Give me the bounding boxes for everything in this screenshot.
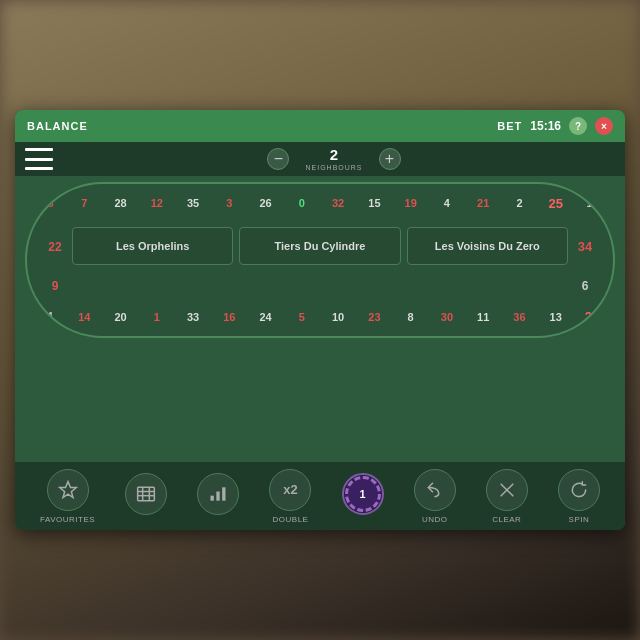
menu-button[interactable] bbox=[25, 148, 53, 170]
svg-rect-6 bbox=[211, 496, 214, 501]
undo-label: UNDO bbox=[422, 515, 448, 524]
num-2[interactable]: 2 bbox=[508, 192, 530, 214]
svg-marker-0 bbox=[59, 481, 76, 497]
spin-button[interactable]: SPIN bbox=[558, 469, 600, 524]
chart-icon bbox=[208, 484, 228, 504]
svg-rect-7 bbox=[217, 492, 220, 501]
num-11[interactable]: 11 bbox=[472, 306, 494, 328]
num-32[interactable]: 32 bbox=[327, 192, 349, 214]
undo-button[interactable]: UNDO bbox=[414, 469, 456, 524]
num-27[interactable]: 27 bbox=[581, 306, 603, 328]
favourites-button[interactable]: FAVOURITES bbox=[40, 469, 95, 524]
chip-value: 1 bbox=[345, 476, 381, 512]
num-16[interactable]: 16 bbox=[218, 306, 240, 328]
chip-selector[interactable]: 1 bbox=[342, 473, 384, 519]
num-28[interactable]: 28 bbox=[110, 192, 132, 214]
num-8[interactable]: 8 bbox=[400, 306, 422, 328]
top-bar: BALANCE BET 15:16 ? × bbox=[15, 110, 625, 142]
les-orphelins-button[interactable]: Les Orphelins bbox=[72, 227, 233, 265]
side-num-34[interactable]: 34 bbox=[571, 227, 599, 267]
action-bar: FAVOURITES bbox=[15, 462, 625, 530]
double-label: DOUBLE bbox=[273, 515, 309, 524]
num-36[interactable]: 36 bbox=[508, 306, 530, 328]
num-19[interactable]: 19 bbox=[400, 192, 422, 214]
num-26[interactable]: 26 bbox=[255, 192, 277, 214]
num-25[interactable]: 25 bbox=[545, 192, 567, 214]
num-3[interactable]: 3 bbox=[218, 192, 240, 214]
num-33[interactable]: 33 bbox=[182, 306, 204, 328]
neighbours-sublabel: NEIGHBOURS bbox=[305, 164, 362, 171]
nav-bar: − 2 NEIGHBOURS + bbox=[15, 142, 625, 176]
neighbours-plus-button[interactable]: + bbox=[379, 148, 401, 170]
num-4[interactable]: 4 bbox=[436, 192, 458, 214]
num-35[interactable]: 35 bbox=[182, 192, 204, 214]
top-number-row: 18 7 28 12 35 3 26 0 32 15 19 4 21 2 25 … bbox=[37, 192, 603, 214]
side-num-31[interactable]: 31 bbox=[37, 306, 59, 328]
num-15[interactable]: 15 bbox=[363, 192, 385, 214]
side-num-18[interactable]: 18 bbox=[37, 192, 59, 214]
help-button[interactable]: ? bbox=[569, 117, 587, 135]
side-num-6[interactable]: 6 bbox=[571, 279, 599, 293]
undo-icon bbox=[425, 480, 445, 500]
svg-rect-8 bbox=[223, 487, 226, 500]
side-numbers-row: 9 6 bbox=[37, 279, 603, 293]
les-voisins-du-zero-button[interactable]: Les Voisins Du Zero bbox=[407, 227, 568, 265]
num-20[interactable]: 20 bbox=[110, 306, 132, 328]
tiers-du-cylindre-button[interactable]: Tiers Du Cylindre bbox=[239, 227, 400, 265]
bottom-number-row: 31 14 20 1 33 16 24 5 10 23 8 30 11 36 1… bbox=[37, 306, 603, 328]
num-13[interactable]: 13 bbox=[545, 306, 567, 328]
roulette-area: 18 7 28 12 35 3 26 0 32 15 19 4 21 2 25 … bbox=[15, 176, 625, 340]
balance-label: BALANCE bbox=[27, 120, 88, 132]
num-12[interactable]: 12 bbox=[146, 192, 168, 214]
num-21[interactable]: 21 bbox=[472, 192, 494, 214]
clock-display: 15:16 bbox=[530, 119, 561, 133]
double-button[interactable]: x2 DOUBLE bbox=[269, 469, 311, 524]
game-container: BALANCE BET 15:16 ? × − 2 NEIGHBOURS + bbox=[15, 110, 625, 530]
neighbours-minus-button[interactable]: − bbox=[267, 148, 289, 170]
favourites-label: FAVOURITES bbox=[40, 515, 95, 524]
num-14[interactable]: 14 bbox=[73, 306, 95, 328]
star-icon bbox=[58, 480, 78, 500]
close-button[interactable]: × bbox=[595, 117, 613, 135]
num-0[interactable]: 0 bbox=[291, 192, 313, 214]
table-view-button[interactable] bbox=[125, 473, 167, 519]
table-icon bbox=[136, 484, 156, 504]
neighbours-value: 2 bbox=[330, 147, 338, 164]
stats-button[interactable] bbox=[197, 473, 239, 519]
num-5[interactable]: 5 bbox=[291, 306, 313, 328]
number-rows: 18 7 28 12 35 3 26 0 32 15 19 4 21 2 25 … bbox=[27, 184, 613, 336]
svg-rect-1 bbox=[138, 487, 155, 500]
side-num-22[interactable]: 22 bbox=[41, 227, 69, 267]
roulette-track: 18 7 28 12 35 3 26 0 32 15 19 4 21 2 25 … bbox=[25, 182, 615, 338]
clear-icon bbox=[497, 480, 517, 500]
num-10[interactable]: 10 bbox=[327, 306, 349, 328]
spin-icon bbox=[569, 480, 589, 500]
double-icon: x2 bbox=[283, 482, 297, 497]
num-24[interactable]: 24 bbox=[255, 306, 277, 328]
neighbours-control: − 2 NEIGHBOURS + bbox=[53, 147, 615, 171]
num-7[interactable]: 7 bbox=[73, 192, 95, 214]
side-num-9[interactable]: 9 bbox=[41, 279, 69, 293]
clear-label: CLEAR bbox=[492, 515, 521, 524]
spin-label: SPIN bbox=[569, 515, 590, 524]
num-1[interactable]: 1 bbox=[146, 306, 168, 328]
clear-button[interactable]: CLEAR bbox=[486, 469, 528, 524]
bet-names-row: 22 Les Orphelins Tiers Du Cylindre Les V… bbox=[37, 227, 603, 267]
num-30[interactable]: 30 bbox=[436, 306, 458, 328]
num-23[interactable]: 23 bbox=[363, 306, 385, 328]
bet-label: BET bbox=[497, 120, 522, 132]
side-num-17[interactable]: 17 bbox=[581, 192, 603, 214]
